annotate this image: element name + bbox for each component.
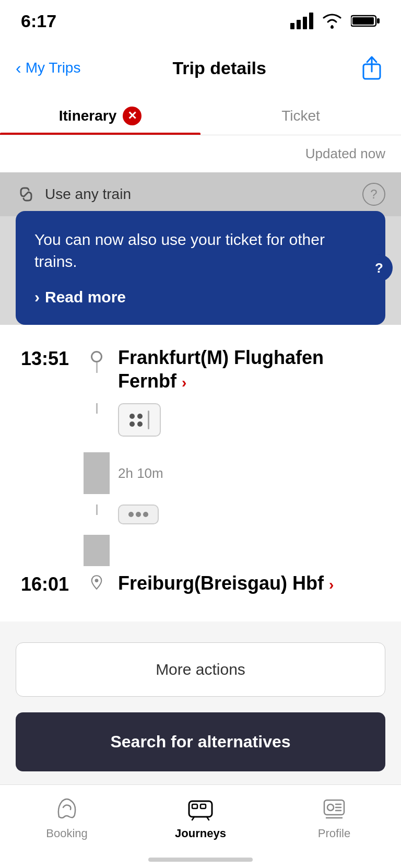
share-button[interactable] [358,54,385,81]
back-button[interactable]: ‹ My Trips [16,58,80,78]
journey-section: 13:51 Frankfurt(M) Flughafen Fernbf › [0,325,401,621]
svg-point-18 [327,804,334,811]
read-more-label: Read more [45,288,126,306]
svg-rect-6 [377,18,380,24]
bottom-actions: More actions Search for alternatives [0,621,401,803]
main-content: Updated now Use any train ? You can now … [0,135,401,868]
more-stops-badge[interactable] [118,505,159,524]
svg-line-10 [25,193,28,196]
gap-row [21,530,380,571]
signal-icon [290,13,313,29]
tab-bar: Booking Journeys Profile [0,784,401,868]
tooltip-text: You can now also use your ticket for oth… [34,229,367,273]
svg-rect-13 [192,804,197,808]
svg-rect-7 [352,17,374,25]
journeys-icon [187,795,214,823]
train-info-segment [21,393,380,447]
tab-bar-booking-label: Booking [46,827,88,840]
back-label: My Trips [26,60,81,76]
arrival-line-col [84,571,110,588]
svg-rect-14 [200,804,206,808]
departure-time: 13:51 [21,346,84,370]
status-bar: 6:17 [0,0,401,42]
tab-itinerary-label: Itinerary [59,108,117,124]
share-icon [360,55,383,81]
tab-bar-journeys-label: Journeys [175,827,226,840]
train-divider [148,410,149,429]
svg-rect-0 [290,23,294,29]
tooltip-chevron-icon: › [34,288,40,306]
train-details [110,403,380,437]
itinerary-close-badge[interactable]: ✕ [123,107,141,125]
page-title: Trip details [172,58,266,78]
departure-station-arrow: › [182,374,186,391]
duration-text: 2h 10m [110,465,163,482]
use-any-train-section: Use any train ? You can now also use you… [0,172,401,325]
arrival-station: Freiburg(Breisgau) Hbf › [110,571,380,595]
svg-point-4 [331,26,334,29]
chain-link-icon [16,184,37,205]
departure-station: Frankfurt(M) Flughafen Fernbf › [110,346,380,393]
tab-bar-journeys[interactable]: Journeys [134,795,267,840]
departure-line [96,362,98,373]
updated-banner: Updated now [0,135,401,172]
tooltip-help-button[interactable]: ? [365,254,393,281]
status-icons [290,13,380,29]
tab-ticket[interactable]: Ticket [200,94,401,135]
departure-item: 13:51 Frankfurt(M) Flughafen Fernbf › [21,346,380,393]
tab-bar-profile[interactable]: Profile [267,795,401,840]
svg-rect-1 [297,20,301,29]
updated-text: Updated now [305,146,385,161]
departure-dot [91,351,102,362]
search-alternatives-button[interactable]: Search for alternatives [16,712,385,771]
tabs-bar: Itinerary ✕ Ticket [0,94,401,135]
departure-line-col [84,346,110,373]
nav-header: ‹ My Trips Trip details [0,42,401,94]
arrival-station-arrow: › [329,577,334,593]
tooltip-popup: You can now also use your ticket for oth… [16,211,385,325]
arrival-item: 16:01 Freiburg(Breisgau) Hbf › [21,571,380,595]
tab-ticket-label: Ticket [281,108,320,124]
status-time: 6:17 [21,11,56,31]
more-actions-button[interactable]: More actions [16,642,385,697]
back-chevron-icon: ‹ [16,58,21,78]
arrival-time: 16:01 [21,571,84,595]
profile-icon [321,795,348,823]
pin-icon [91,573,102,591]
tab-itinerary[interactable]: Itinerary ✕ [0,94,200,135]
read-more-button[interactable]: › Read more [34,288,367,306]
arrival-station-name[interactable]: Freiburg(Breisgau) Hbf › [118,571,380,595]
use-any-train-label: Use any train [45,186,354,203]
svg-point-11 [95,579,99,582]
wifi-icon [321,13,344,29]
more-stops-segment [21,499,380,530]
duration-row: 2h 10m [21,447,380,499]
train-dots-icon [129,414,143,427]
use-any-train-help-button[interactable]: ? [362,183,385,206]
use-any-train-bar: Use any train ? [0,172,401,216]
svg-rect-3 [309,13,313,29]
tab-bar-profile-label: Profile [318,827,350,840]
train-badge[interactable] [118,403,161,437]
booking-icon [53,795,80,823]
home-indicator [148,858,253,862]
arrival-pin [91,577,102,588]
tab-bar-booking[interactable]: Booking [0,795,134,840]
svg-rect-2 [303,17,307,29]
battery-icon [351,14,380,28]
departure-station-name[interactable]: Frankfurt(M) Flughafen Fernbf › [118,346,380,393]
